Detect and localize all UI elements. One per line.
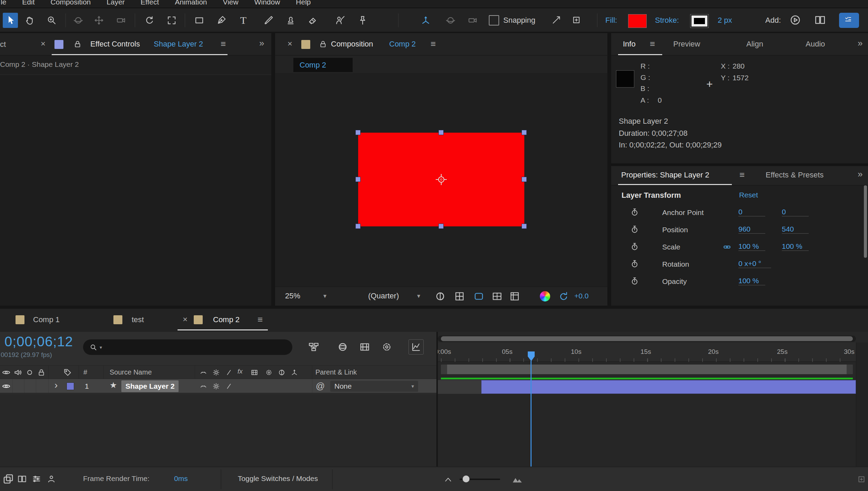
label-column-tag-icon[interactable] — [63, 368, 72, 377]
selection-tool-button[interactable] — [3, 13, 18, 28]
tab-properties[interactable]: Properties: Shape Layer 2 — [621, 171, 709, 180]
threed-column-icon[interactable] — [290, 368, 299, 377]
current-timecode[interactable]: 0;00;06;12 — [4, 334, 73, 349]
in-out-pane-toggle-icon[interactable] — [46, 473, 57, 484]
layer-switches-pane-toggle-icon[interactable] — [17, 473, 28, 484]
stopwatch-icon[interactable] — [630, 225, 639, 234]
work-area-start-handle[interactable] — [441, 365, 447, 374]
zoom-out-mountain-icon[interactable] — [443, 475, 453, 484]
menu-help[interactable]: Help — [296, 0, 311, 8]
layer-collapse-toggle[interactable] — [212, 382, 220, 390]
pen-tool-button[interactable] — [214, 13, 229, 28]
source-name-column-header[interactable]: Source Name — [110, 368, 152, 376]
parent-link-column-header[interactable]: Parent & Link — [315, 368, 357, 376]
selection-handle-top-center[interactable] — [438, 130, 444, 135]
reset-link[interactable]: Reset — [739, 191, 758, 199]
panel-layout-icon[interactable] — [814, 14, 826, 26]
tasks-badge-icon[interactable] — [839, 13, 859, 28]
puppet-pin-tool-button[interactable] — [355, 13, 370, 28]
transparency-grid-icon[interactable] — [454, 291, 465, 302]
audio-column-speaker-icon[interactable] — [13, 368, 23, 377]
property-value-y[interactable]: 540 — [782, 225, 809, 234]
layer-transform-group-label[interactable]: Layer Transform — [622, 191, 681, 200]
menu-view[interactable]: View — [223, 0, 239, 8]
close-icon[interactable]: × — [183, 315, 188, 324]
add-shape-icon[interactable] — [789, 14, 801, 26]
menu-composition[interactable]: Composition — [51, 0, 91, 8]
timeline-corner-icon[interactable] — [856, 474, 867, 484]
composition-tab-target[interactable]: Comp 2 — [389, 40, 416, 49]
layer-duration-bar[interactable] — [481, 380, 856, 394]
exposure-value[interactable]: +0.0 — [574, 292, 588, 300]
menu-layer[interactable]: Layer — [107, 0, 125, 8]
chevron-down-icon[interactable]: ▾ — [417, 292, 420, 300]
snap-angle-icon[interactable] — [552, 15, 561, 25]
stopwatch-icon[interactable] — [630, 208, 639, 217]
solo-column-icon[interactable] — [25, 368, 34, 377]
red-shape-rectangle[interactable] — [358, 133, 524, 226]
selection-handle-top-right[interactable] — [522, 130, 527, 135]
timeline-hscroll-thumb[interactable] — [441, 336, 853, 341]
selection-handle-top-left[interactable] — [355, 130, 361, 135]
close-icon[interactable]: × — [41, 40, 46, 48]
parent-pickwhip-icon[interactable]: @ — [316, 381, 325, 391]
lock-column-icon[interactable] — [37, 368, 46, 377]
lock-icon[interactable] — [319, 40, 327, 49]
property-label[interactable]: Position — [662, 226, 688, 234]
layer-visibility-eye-icon[interactable] — [1, 381, 11, 391]
panel-menu-icon[interactable]: ≡ — [650, 39, 655, 48]
menu-effect[interactable]: Effect — [141, 0, 159, 8]
work-area-end-handle[interactable] — [847, 365, 853, 374]
clipped-project-tab[interactable]: ct — [0, 40, 6, 49]
motion-blur-icon[interactable] — [379, 339, 394, 355]
stopwatch-icon[interactable] — [630, 242, 639, 251]
transfer-controls-pane-toggle-icon[interactable] — [31, 473, 42, 484]
pan-camera-tool-button[interactable] — [91, 13, 107, 28]
property-value-y[interactable]: 0 — [782, 208, 809, 216]
resolution-select[interactable]: (Quarter) — [368, 291, 399, 300]
timeline-tab-test[interactable]: test — [132, 315, 144, 324]
selection-handle-bottom-right[interactable] — [522, 224, 527, 229]
grid-guides-icon[interactable] — [509, 291, 520, 302]
composition-tab-title[interactable]: Composition — [331, 40, 373, 49]
effects-column-icon[interactable]: fx — [238, 368, 243, 375]
draft-3d-icon[interactable] — [335, 339, 350, 355]
zoom-tool-button[interactable] — [44, 13, 59, 28]
comp-panel-toggle-icon[interactable] — [1, 472, 15, 486]
dolly-camera-tool-button[interactable] — [113, 13, 129, 28]
layer-name-chip[interactable]: Shape Layer 2 — [121, 380, 179, 392]
current-time-indicator-line[interactable] — [531, 361, 532, 467]
local-axis-mode-button[interactable] — [418, 13, 433, 28]
orbit-camera-tool-button[interactable] — [71, 13, 86, 28]
tab-preview[interactable]: Preview — [673, 40, 700, 49]
toggle-switches-modes-button[interactable]: Toggle Switches / Modes — [223, 474, 332, 483]
tab-info[interactable]: Info — [623, 40, 636, 49]
viewer-tab-comp2[interactable]: Comp 2 — [293, 58, 353, 72]
adjustment-column-icon[interactable] — [277, 368, 286, 377]
pan-behind-tool-button[interactable] — [164, 13, 179, 28]
color-management-icon[interactable] — [540, 291, 550, 301]
panel-menu-icon[interactable]: ≡ — [258, 315, 263, 324]
layer-color-swatch[interactable] — [67, 382, 74, 390]
selection-handle-bottom-left[interactable] — [355, 224, 361, 229]
anchor-point-icon[interactable] — [435, 173, 447, 186]
property-label[interactable]: Scale — [662, 243, 680, 251]
close-icon[interactable]: × — [287, 40, 292, 48]
hand-tool-button[interactable] — [22, 13, 37, 28]
panel-menu-icon[interactable]: ≡ — [431, 39, 436, 48]
snapping-checkbox[interactable] — [489, 15, 499, 25]
shy-column-icon[interactable] — [199, 368, 208, 377]
property-label[interactable]: Anchor Point — [662, 208, 704, 217]
link-dimensions-icon[interactable] — [722, 243, 732, 251]
tab-align[interactable]: Align — [746, 40, 763, 49]
timeline-search-input[interactable]: ▾ — [83, 339, 292, 355]
composition-viewer[interactable] — [275, 73, 607, 287]
property-label[interactable]: Rotation — [662, 260, 689, 268]
type-tool-button[interactable]: T — [236, 13, 251, 28]
property-value-x[interactable]: 100 % — [738, 242, 765, 251]
stroke-color-swatch[interactable] — [690, 14, 709, 28]
tab-effects-presets[interactable]: Effects & Presets — [766, 171, 824, 180]
properties-scrollbar[interactable] — [864, 185, 867, 258]
property-value-y[interactable]: 100 % — [782, 242, 809, 251]
rectangle-tool-button[interactable] — [192, 13, 207, 28]
